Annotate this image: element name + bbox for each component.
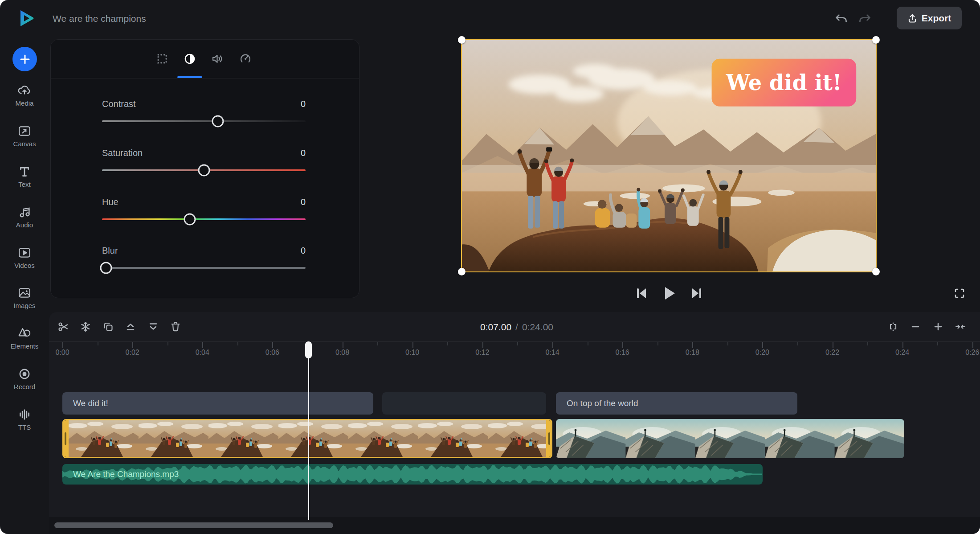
sidebar-item-audio[interactable]: Audio [0, 205, 49, 234]
ruler-major-tick [343, 342, 343, 348]
sidebar-item-videos[interactable]: Videos [0, 246, 49, 275]
plus-icon [19, 53, 31, 66]
skip-forward-button[interactable] [690, 286, 703, 300]
ruler-major-tick [972, 342, 973, 348]
resize-handle-bottom-left[interactable] [458, 268, 466, 275]
playhead-line [308, 341, 309, 520]
skip-back-icon [635, 286, 648, 300]
video-preview[interactable]: We did it! [461, 39, 877, 272]
duplicate-button[interactable] [102, 321, 114, 333]
timeline-ruler[interactable]: 0:000:020:040:060:080:100:120:140:160:18… [49, 341, 980, 361]
tab-adjust-colors[interactable] [179, 48, 201, 70]
trim-handle-left[interactable] [62, 420, 69, 457]
contrast-thumb[interactable] [212, 115, 224, 127]
playhead-handle[interactable] [305, 341, 312, 358]
fullscreen-button[interactable] [953, 287, 966, 300]
ruler-time-label: 0:24 [885, 349, 920, 357]
contrast-track[interactable] [102, 120, 306, 122]
text-overlay-badge: We did it! [712, 59, 857, 107]
slider-value: 0 [301, 148, 306, 158]
ruler-major-tick [622, 342, 623, 348]
ruler-major-tick [132, 342, 133, 348]
speaker-icon [211, 52, 224, 66]
ruler-minor-tick [447, 342, 448, 345]
add-media-button[interactable] [12, 47, 37, 71]
hue-thumb[interactable] [184, 214, 196, 226]
text-clip-empty[interactable] [382, 392, 546, 415]
slider-value: 0 [301, 197, 306, 207]
app-logo[interactable] [16, 8, 37, 29]
ruler-major-tick [902, 342, 903, 348]
project-title[interactable]: We are the champions [53, 13, 146, 24]
ruler-minor-tick [588, 342, 588, 345]
ruler-major-tick [202, 342, 203, 348]
app-window: We are the champions Export Media Canvas [0, 0, 980, 534]
play-button[interactable] [662, 285, 677, 301]
delete-button[interactable] [170, 321, 181, 333]
resize-handle-bottom-right[interactable] [872, 268, 880, 275]
tab-audio[interactable] [206, 48, 229, 70]
video-clip-2-thumbnails [556, 419, 904, 458]
sidebar-item-elements[interactable]: Elements [0, 326, 49, 356]
sidebar-item-label: Images [13, 302, 35, 309]
sidebar-item-canvas[interactable]: Canvas [0, 124, 49, 153]
ruler-major-tick [552, 342, 553, 348]
play-icon [662, 285, 677, 301]
ruler-major-tick [833, 342, 833, 348]
scissors-icon [57, 321, 69, 333]
text-clip-on-top-of-the-world[interactable]: On top of the world [556, 392, 797, 415]
zoom-in-button[interactable] [932, 321, 944, 333]
ruler-major-tick [272, 342, 273, 348]
slider-value: 0 [301, 99, 306, 109]
video-clip-2[interactable] [556, 419, 904, 458]
sidebar-item-media[interactable]: Media [0, 83, 49, 113]
skip-back-button[interactable] [635, 286, 648, 300]
slider-label: Contrast [102, 99, 136, 109]
text-clip-we-did-it[interactable]: We did it! [62, 392, 373, 415]
tab-layout[interactable] [151, 48, 173, 70]
saturation-thumb[interactable] [198, 164, 210, 177]
resize-handle-top-left[interactable] [458, 36, 466, 44]
undo-button[interactable] [833, 12, 849, 27]
move-down-button[interactable] [147, 321, 159, 333]
video-clip-1-thumbnails [69, 420, 546, 457]
hue-track[interactable] [102, 218, 306, 220]
audio-clip[interactable]: We Are the Champions.mp3 [62, 464, 763, 485]
export-button[interactable]: Export [897, 7, 962, 29]
blur-track[interactable] [102, 267, 306, 269]
ruler-time-label: 0:04 [184, 349, 220, 357]
trim-handle-right[interactable] [546, 420, 552, 457]
resize-handle-top-right[interactable] [872, 36, 880, 44]
blur-thumb[interactable] [100, 262, 112, 274]
split-button[interactable] [57, 321, 69, 333]
snapping-icon [887, 321, 899, 333]
adjust-colors-panel: Contrast 0 Saturation 0 Hue 0 Blur 0 [50, 39, 359, 298]
video-clip-1[interactable] [62, 419, 552, 458]
ruler-minor-tick [237, 342, 238, 345]
redo-button[interactable] [858, 12, 873, 27]
timeline-scrollbar-thumb[interactable] [54, 522, 333, 528]
active-tab-indicator [177, 76, 202, 78]
ruler-minor-tick [937, 342, 938, 345]
sidebar-item-text[interactable]: Text [0, 164, 49, 194]
sidebar-item-label: TTS [18, 423, 31, 431]
ruler-minor-tick [167, 342, 168, 345]
sidebar-item-images[interactable]: Images [0, 286, 49, 315]
sidebar-item-tts[interactable]: TTS [0, 407, 49, 437]
tab-speed[interactable] [234, 48, 257, 70]
contrast-icon [183, 52, 196, 66]
video-play-icon [17, 246, 32, 260]
ruler-time-label: 0:16 [604, 349, 640, 357]
sidebar-item-label: Audio [16, 221, 33, 229]
zoom-out-button[interactable] [910, 321, 921, 333]
ruler-time-label: 0:26 [955, 349, 980, 357]
chevron-up-line-icon [125, 321, 136, 333]
sidebar-item-label: Text [18, 181, 31, 188]
sidebar-item-record[interactable]: Record [0, 367, 49, 396]
zoom-to-fit-button[interactable] [955, 321, 966, 333]
snapping-toggle[interactable] [887, 321, 899, 333]
saturation-track[interactable] [102, 169, 306, 171]
move-up-button[interactable] [125, 321, 136, 333]
freeze-button[interactable] [80, 321, 91, 333]
ruler-minor-tick [657, 342, 658, 345]
